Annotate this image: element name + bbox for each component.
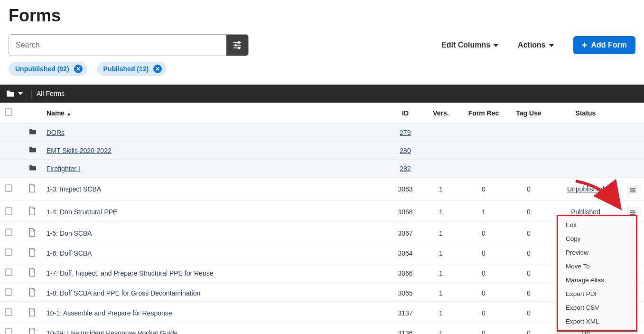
- form-name[interactable]: 10-2a: Use Incident Response Pocket Guid…: [42, 323, 389, 334]
- file-icon: [24, 223, 42, 243]
- menu-item[interactable]: Edit: [558, 218, 636, 232]
- filter-icon-button[interactable]: [226, 35, 248, 56]
- row-checkbox[interactable]: [5, 268, 12, 276]
- svg-rect-3: [238, 41, 240, 44]
- folder-id[interactable]: 279: [400, 129, 411, 136]
- edit-columns-button[interactable]: Edit Columns: [441, 41, 499, 49]
- form-id: 3136: [389, 323, 422, 334]
- menu-item[interactable]: Export CSV: [558, 301, 636, 315]
- form-id: 3068: [389, 200, 422, 223]
- menu-item[interactable]: Copy: [558, 232, 636, 246]
- folder-icon: [24, 160, 42, 178]
- search-input[interactable]: [9, 35, 226, 56]
- folder-link[interactable]: EMT Skills 2020-2022: [47, 147, 112, 154]
- actions-button[interactable]: Actions: [518, 41, 554, 49]
- filter-chip-published[interactable]: Published (12) ✕: [97, 62, 167, 76]
- row-checkbox[interactable]: [5, 207, 12, 215]
- chip-label: Published (12): [103, 65, 149, 73]
- form-vers: 1: [422, 303, 460, 323]
- form-rec: 1: [460, 200, 507, 223]
- form-id: 3067: [389, 223, 422, 243]
- form-rec: 0: [460, 303, 507, 323]
- form-id: 3137: [389, 303, 422, 323]
- form-name[interactable]: 10-1: Assemble and Prepare for Response: [42, 303, 389, 323]
- form-vers: 1: [422, 263, 460, 283]
- form-tag: 0: [507, 223, 550, 243]
- add-form-button[interactable]: + Add Form: [573, 36, 635, 54]
- col-vers[interactable]: Vers.: [422, 103, 460, 124]
- form-name[interactable]: 1-4: Don Structural PPE: [42, 200, 389, 223]
- form-id: 3064: [389, 243, 422, 263]
- table-row: 10-1: Assemble and Prepare for Response3…: [0, 303, 644, 323]
- menu-item[interactable]: Preview: [558, 246, 636, 259]
- folder-link[interactable]: Firefighter I: [47, 165, 80, 172]
- row-checkbox[interactable]: [5, 229, 12, 236]
- form-rec: 0: [460, 323, 507, 334]
- folder-picker[interactable]: [6, 90, 32, 97]
- form-tag: 0: [507, 323, 550, 334]
- form-vers: 1: [422, 200, 460, 223]
- form-tag: 0: [507, 200, 550, 223]
- file-icon: [24, 283, 42, 303]
- form-rec: 0: [460, 263, 507, 283]
- table-row: 10-2a: Use Incident Response Pocket Guid…: [0, 323, 644, 334]
- caret-down-icon: [549, 44, 554, 47]
- svg-rect-2: [233, 48, 242, 48]
- plus-icon: +: [582, 41, 588, 49]
- folder-icon: [24, 142, 42, 160]
- form-id: 3066: [389, 263, 422, 283]
- col-id[interactable]: ID: [389, 103, 422, 124]
- row-menu-button[interactable]: [627, 185, 638, 195]
- select-all-checkbox[interactable]: [5, 108, 12, 116]
- row-checkbox[interactable]: [5, 288, 12, 296]
- status-link[interactable]: Unpublished: [567, 185, 604, 193]
- sort-asc-icon: ▲: [66, 111, 71, 116]
- form-tag: 0: [507, 303, 550, 323]
- folder-link[interactable]: DORs: [47, 129, 65, 136]
- close-icon[interactable]: ✕: [153, 65, 162, 73]
- col-name[interactable]: Name▲: [42, 103, 389, 124]
- form-name[interactable]: 1-8: Doff SCBA and PPE for Gross Deconta…: [42, 283, 389, 303]
- form-vers: 1: [422, 323, 460, 334]
- file-icon: [24, 178, 42, 200]
- search-wrap: [9, 34, 249, 56]
- svg-rect-5: [238, 47, 240, 49]
- folder-id[interactable]: 282: [400, 165, 411, 172]
- form-vers: 1: [422, 243, 460, 263]
- breadcrumb-bar: All Forms: [0, 85, 644, 103]
- col-name-label: Name: [47, 109, 65, 117]
- table-row: EMT Skills 2020-2022280: [0, 142, 644, 160]
- filter-chip-unpublished[interactable]: Unpublished (92) ✕: [9, 62, 87, 76]
- table-row: Firefighter I282: [0, 160, 644, 178]
- folder-id[interactable]: 280: [400, 147, 411, 154]
- form-name[interactable]: 1-6: Doff SCBA: [42, 243, 389, 263]
- table-row: 1-5: Don SCBA3067100Pu: [0, 223, 644, 243]
- close-icon[interactable]: ✕: [74, 65, 83, 73]
- row-checkbox[interactable]: [5, 328, 12, 334]
- row-checkbox[interactable]: [5, 248, 12, 256]
- forms-table: Name▲ ID Vers. Form Rec Tag Use Status D…: [0, 103, 644, 334]
- col-status[interactable]: Status: [550, 103, 621, 124]
- svg-rect-1: [233, 45, 242, 46]
- file-icon: [24, 263, 42, 283]
- menu-item[interactable]: Manage Alias: [558, 273, 636, 287]
- col-form-rec[interactable]: Form Rec: [460, 103, 507, 124]
- form-rec: 0: [460, 178, 507, 200]
- col-tag-use[interactable]: Tag Use: [507, 103, 550, 124]
- svg-rect-4: [235, 44, 236, 47]
- table-row: 1-7: Doff, Inspect, and Prepare Structur…: [0, 263, 644, 283]
- page-title: Forms: [9, 6, 635, 26]
- form-rec: 0: [460, 283, 507, 303]
- menu-item[interactable]: Move To: [558, 259, 636, 273]
- form-name[interactable]: 1-3: Inspect SCBA: [42, 178, 389, 200]
- form-name[interactable]: 1-7: Doff, Inspect, and Prepare Structur…: [42, 263, 389, 283]
- form-name[interactable]: 1-5: Don SCBA: [42, 223, 389, 243]
- folder-icon: [24, 124, 42, 142]
- menu-item[interactable]: Export XML: [558, 315, 636, 328]
- menu-item[interactable]: Export PDF: [558, 287, 636, 301]
- form-vers: 1: [422, 178, 460, 200]
- row-checkbox[interactable]: [5, 184, 12, 192]
- form-rec: 0: [460, 243, 507, 263]
- row-checkbox[interactable]: [5, 308, 12, 316]
- edit-columns-label: Edit Columns: [441, 41, 490, 49]
